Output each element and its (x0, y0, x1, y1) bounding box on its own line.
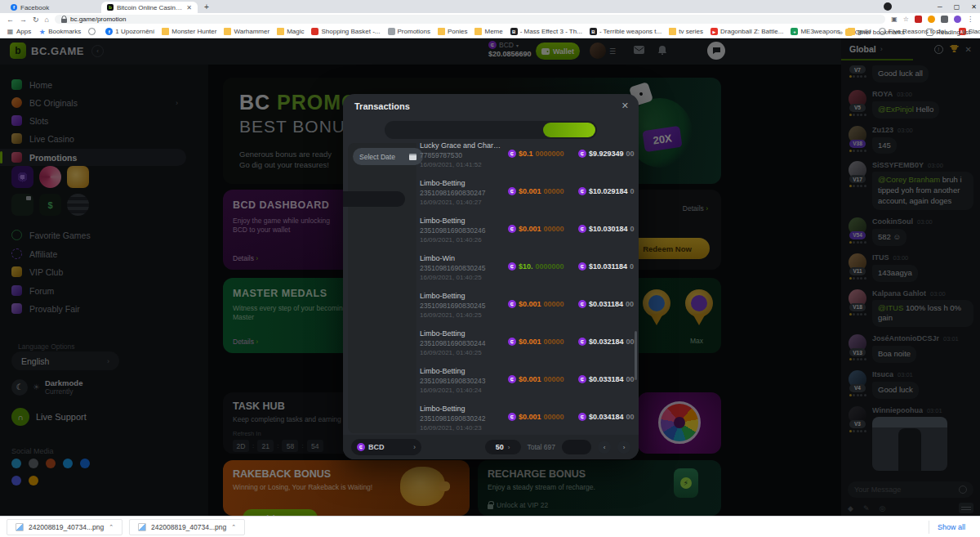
reload-button[interactable]: ↻ (33, 16, 39, 24)
bookmark-label: tv series (679, 28, 703, 35)
browser-action-icons: ▣ ☆ ⋮ (891, 16, 973, 23)
bookmark-item[interactable]: Ponies (438, 28, 467, 35)
bcd-coin-icon: ₵ (578, 262, 586, 271)
transaction-filter[interactable] (343, 222, 416, 238)
transaction-row[interactable]: Limbo-Betting 23510981690830242 16/09/20… (416, 400, 635, 436)
bookmark-label: Meme (484, 28, 502, 35)
bcd-coin-icon: ₵ (578, 375, 586, 383)
profile-avatar[interactable] (954, 16, 961, 23)
bookmark-item[interactable]: ▦ Apps (7, 28, 31, 35)
download-item[interactable]: 242008819_40734...png ⌃ (7, 519, 122, 535)
bookmark-star-icon[interactable]: ☆ (903, 16, 909, 23)
transaction-balance: ₵$10.0301840 (578, 225, 635, 233)
transaction-tab[interactable] (439, 123, 491, 137)
bcd-coin-icon: ₵ (508, 338, 516, 346)
transaction-id: 23510981690830244 (420, 339, 503, 347)
transaction-tab[interactable] (386, 123, 439, 137)
reading-list[interactable]: Reading list (926, 29, 970, 36)
transaction-tab[interactable] (543, 123, 595, 137)
transaction-tab[interactable] (491, 123, 543, 137)
transaction-filter[interactable] (343, 253, 416, 269)
transaction-amount: ₵$0.00100000 (508, 300, 564, 308)
home-button[interactable]: ⌂ (45, 16, 49, 24)
screen-record-icon[interactable] (884, 2, 892, 11)
transaction-row[interactable]: Lucky Grace and Charm-B... 77859787530 1… (416, 136, 635, 174)
bookmark-item[interactable]: tv series (669, 28, 703, 35)
chevron-up-icon[interactable]: ⌃ (231, 524, 236, 530)
tab-close-icon[interactable]: ✕ (186, 4, 192, 11)
chevron-up-icon[interactable]: ⌃ (109, 524, 114, 530)
bookmark-label: - Mass Effect 3 - Th... (520, 28, 582, 35)
bookmark-favicon (88, 28, 96, 35)
bookmark-item[interactable]: ▶ Dragonball Z: Battle... (710, 28, 783, 35)
back-button[interactable]: ← (7, 16, 14, 24)
bookmark-item[interactable]: Monster Hunter (162, 28, 216, 35)
download-item[interactable]: 242008819_40734...png ⌃ (129, 519, 245, 535)
transaction-row[interactable]: Limbo-Win 23510981690830245 16/09/2021, … (416, 249, 635, 287)
image-file-icon (16, 523, 24, 531)
modal-scrollbar[interactable] (635, 331, 637, 380)
page-viewport: b BC.GAME ‹ ₵BCD▾ $20.0856690 Wallet ☰ H… (0, 38, 980, 516)
bcd-coin-icon: ₵ (578, 187, 586, 195)
bookmark-item[interactable]: Warhammer (224, 28, 270, 35)
extensions-puzzle-icon[interactable] (941, 16, 948, 23)
transaction-balance: ₵$9.92934900 (578, 150, 635, 158)
other-bookmarks[interactable]: Other bookmarks (845, 29, 905, 36)
transaction-date: 16/09/2021, 01:40:25 (420, 311, 503, 319)
address-bar: ← → ↻ ⌂ bc.game/promotion ▣ ☆ ⋮ (0, 13, 980, 25)
extension-adblock-icon[interactable] (915, 16, 922, 23)
transaction-row[interactable]: Limbo-Betting 23510981690830246 16/09/20… (416, 212, 635, 249)
menu-dots-icon[interactable]: ⋮ (967, 16, 973, 23)
url-field[interactable]: bc.game/promotion (55, 15, 885, 24)
prev-page-button[interactable]: ‹ (598, 441, 611, 454)
bookmark-item[interactable]: Magic (277, 28, 304, 35)
transaction-row[interactable]: Limbo-Betting 23510981690830245 16/09/20… (416, 287, 635, 324)
transaction-amount: ₵$10.0000000 (508, 262, 564, 271)
extension-icon[interactable] (928, 16, 935, 23)
currency-filter-select[interactable]: ₵ BCD › (351, 439, 421, 455)
browser-tab[interactable]: b Bitcoin Online Casino Bonuses a ✕ (101, 2, 198, 13)
bookmark-item[interactable]: Meme (474, 28, 502, 35)
bookmark-favicon (277, 28, 284, 35)
transaction-row[interactable]: Limbo-Betting 23510981690830247 16/09/20… (416, 174, 635, 212)
bcd-coin-icon: ₵ (578, 150, 586, 158)
next-page-button[interactable]: › (617, 441, 630, 454)
new-tab-button[interactable]: + (204, 2, 209, 11)
minimize-button[interactable]: ─ (938, 3, 942, 11)
transaction-amount: ₵$0.00100000 (508, 338, 564, 346)
select-date-button[interactable]: Select Date (353, 148, 423, 165)
bookmark-favicon (388, 28, 395, 35)
transaction-date: 16/09/2021, 01:40:25 (420, 349, 503, 356)
transaction-filter[interactable] (343, 176, 416, 191)
bookmark-item[interactable]: Shopping Basket -... (311, 28, 380, 35)
lock-icon (61, 16, 67, 23)
browser-tab[interactable]: f Facebook ✕ (5, 2, 101, 13)
transaction-row[interactable]: Limbo-Betting 23510981690830243 16/09/20… (416, 362, 635, 400)
bookmark-favicon (438, 28, 445, 35)
page-size-select[interactable]: 50› (485, 440, 521, 454)
cast-icon[interactable]: ▣ (891, 16, 898, 23)
transaction-filter[interactable] (343, 191, 405, 207)
bcd-coin-icon: ₵ (508, 413, 516, 421)
transaction-filter[interactable] (343, 238, 416, 253)
modal-close-icon[interactable]: ✕ (621, 101, 629, 111)
bookmark-item[interactable]: f 1 Upozornění (105, 28, 154, 35)
bookmarks-overflow-chevron[interactable]: » (839, 29, 843, 37)
bookmark-item[interactable] (88, 28, 98, 35)
bookmark-item[interactable]: Promotions (388, 28, 430, 35)
transaction-row[interactable]: Limbo-Betting 23510981690830244 16/09/20… (416, 324, 635, 362)
bookmark-favicon (311, 28, 318, 35)
bcd-coin-icon: ₵ (508, 187, 516, 195)
transaction-id: 23510981690830245 (420, 264, 503, 272)
bookmark-item[interactable]: B - Terrible weapons t... (590, 28, 662, 35)
image-file-icon (138, 523, 146, 531)
bookmark-item[interactable]: + ME3weapons (791, 28, 840, 35)
close-window-button[interactable]: ✕ (971, 3, 977, 11)
maximize-button[interactable]: ▢ (954, 3, 960, 11)
bookmark-item[interactable]: B - Mass Effect 3 - Th... (510, 28, 582, 35)
transaction-filter[interactable] (343, 207, 416, 222)
transaction-amount: ₵$0.00100000 (508, 375, 564, 383)
show-all-downloads-button[interactable]: Show all (929, 521, 973, 534)
bookmark-item[interactable]: ★ Bookmarks (38, 28, 81, 35)
forward-button[interactable]: → (20, 16, 27, 24)
